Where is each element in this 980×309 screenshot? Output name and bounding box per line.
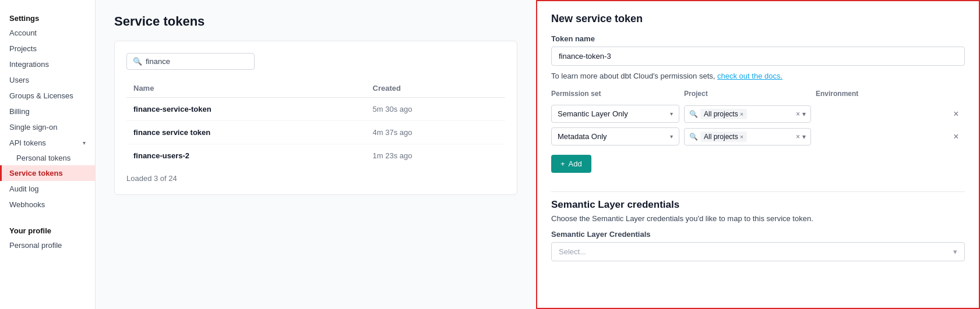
credentials-label: Semantic Layer Credentials <box>551 230 965 239</box>
permission-headers-row: Permission set Project Environment <box>551 90 965 100</box>
new-service-token-panel: New service token Token name To learn mo… <box>536 0 980 309</box>
docs-link[interactable]: check out the docs. <box>717 72 782 80</box>
tokens-table: Name Created finance-service-token 5m 30… <box>126 79 505 167</box>
remove-tag-button[interactable]: × <box>740 133 743 140</box>
permission-set-select-1[interactable]: Semantic Layer Only ▾ <box>551 105 679 123</box>
clear-button[interactable]: × <box>796 110 800 118</box>
credentials-placeholder: Select... <box>559 247 586 256</box>
credentials-select[interactable]: Select... ▾ <box>551 242 965 261</box>
divider <box>551 191 965 192</box>
main-content: Service tokens 🔍 Name Created finance-se… <box>96 0 536 309</box>
token-name-label: Token name <box>551 34 965 43</box>
chevron-down-icon: ▾ <box>802 133 806 141</box>
sidebar-item-service-tokens[interactable]: Service tokens <box>0 165 95 181</box>
loaded-count: Loaded 3 of 24 <box>126 174 505 183</box>
credentials-title: Semantic Layer credentials <box>551 199 965 211</box>
search-icon: 🔍 <box>133 57 142 66</box>
col-header-name: Name <box>126 79 366 98</box>
permission-set-select-2[interactable]: Metadata Only ▾ <box>551 127 679 145</box>
sidebar-item-groups-licenses[interactable]: Groups & Licenses <box>0 88 95 104</box>
table-row[interactable]: finance-users-2 1m 23s ago <box>126 144 505 168</box>
panel-title: New service token <box>551 13 965 25</box>
col-header-permission-set: Permission set <box>551 90 679 98</box>
profile-section-label: Your profile <box>9 226 86 235</box>
sidebar-item-api-tokens[interactable]: API tokens ▾ <box>0 135 95 151</box>
sidebar-item-sso[interactable]: Single sign-on <box>0 119 95 135</box>
remove-tag-button[interactable]: × <box>740 111 743 118</box>
created-time: 4m 37s ago <box>373 128 413 137</box>
sidebar-item-personal-profile[interactable]: Personal profile <box>0 237 95 253</box>
chevron-right-icon: ▾ <box>83 140 86 146</box>
token-name-input[interactable] <box>551 47 965 66</box>
sidebar-item-integrations[interactable]: Integrations <box>0 56 95 72</box>
col-header-created: Created <box>366 79 505 98</box>
table-row[interactable]: finance service token 4m 37s ago <box>126 121 505 144</box>
tag-input-area: All projects × <box>700 132 794 142</box>
col-header-project: Project <box>684 90 811 98</box>
created-time: 1m 23s ago <box>373 151 413 160</box>
sidebar-item-audit-log[interactable]: Audit log <box>0 181 95 197</box>
tag-box-controls: × ▾ <box>796 110 806 118</box>
created-time: 5m 30s ago <box>373 105 413 113</box>
search-icon: 🔍 <box>689 110 698 118</box>
info-text: To learn more about dbt Cloud's permissi… <box>551 72 965 80</box>
search-input[interactable] <box>146 57 248 66</box>
permission-row-1: Semantic Layer Only ▾ 🔍 All projects × ×… <box>551 105 965 123</box>
service-tokens-card: 🔍 Name Created finance-service-token 5m … <box>114 41 517 195</box>
sidebar-item-account[interactable]: Account <box>0 25 95 41</box>
remove-row-1-button[interactable]: × <box>947 106 965 122</box>
chevron-down-icon: ▾ <box>670 133 673 140</box>
chevron-down-icon: ▾ <box>802 110 806 118</box>
credentials-desc: Choose the Semantic Layer credentials yo… <box>551 214 965 223</box>
col-header-environment: Environment <box>816 90 943 98</box>
project-tag: All projects × <box>700 132 747 142</box>
token-name: finance service token <box>133 128 210 137</box>
sidebar: Settings Account Projects Integrations U… <box>0 0 96 309</box>
project-tag-box-2[interactable]: 🔍 All projects × × ▾ <box>684 128 811 145</box>
token-name: finance-users-2 <box>133 151 189 160</box>
sidebar-item-users[interactable]: Users <box>0 72 95 88</box>
project-tag-box-1[interactable]: 🔍 All projects × × ▾ <box>684 105 811 123</box>
chevron-down-icon: ▾ <box>670 111 673 117</box>
add-button[interactable]: + Add <box>551 155 591 173</box>
permission-row-2: Metadata Only ▾ 🔍 All projects × × ▾ × <box>551 127 965 145</box>
sidebar-item-billing[interactable]: Billing <box>0 104 95 119</box>
page-title: Service tokens <box>114 14 517 29</box>
sidebar-item-webhooks[interactable]: Webhooks <box>0 197 95 212</box>
remove-row-2-button[interactable]: × <box>947 129 965 144</box>
sidebar-item-projects[interactable]: Projects <box>0 41 95 56</box>
tag-box-controls: × ▾ <box>796 133 806 141</box>
project-tag: All projects × <box>700 109 747 119</box>
sidebar-item-personal-tokens[interactable]: Personal tokens <box>0 151 95 165</box>
chevron-down-icon: ▾ <box>953 247 957 256</box>
table-row[interactable]: finance-service-token 5m 30s ago <box>126 98 505 121</box>
token-name: finance-service-token <box>133 105 211 113</box>
search-icon: 🔍 <box>689 133 698 141</box>
settings-label: Settings <box>0 9 95 25</box>
tag-input-area: All projects × <box>700 109 794 119</box>
plus-icon: + <box>560 159 565 168</box>
search-bar[interactable]: 🔍 <box>126 53 255 70</box>
clear-button[interactable]: × <box>796 133 800 141</box>
